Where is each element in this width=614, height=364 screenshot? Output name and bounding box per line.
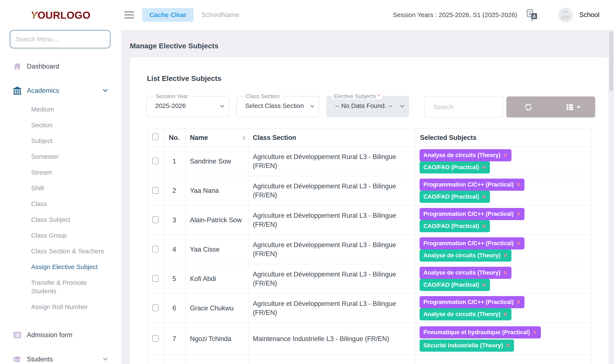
class-section-select[interactable]: Class Section Select Class Section	[236, 93, 319, 117]
session-years-label: Session Years : 2025-2026, S1 (2025-2026…	[393, 11, 517, 19]
sidebar: YOURLOGO Dashboard Academics MediumSecti…	[0, 0, 121, 364]
subject-badge: Programmation C/C++ (Practical)✕	[419, 179, 524, 191]
table-header-row: No. Name Class Section Selected Subjects	[148, 129, 591, 147]
sidebar-subitem-assign-roll-number[interactable]: Assign Roll Number	[31, 299, 111, 315]
session-year-select[interactable]: Session Year 2025-2026	[146, 93, 229, 117]
app-logo: YOURLOGO	[0, 9, 121, 21]
hamburger-menu-icon[interactable]	[124, 10, 134, 20]
bank-icon	[12, 86, 22, 96]
user-menu[interactable]: School	[579, 11, 600, 19]
class-section-cell: Agriculture et Développement Rural L3 - …	[248, 294, 416, 323]
select-all-checkbox[interactable]	[152, 133, 159, 140]
subject-badge: Programmation C/C++ (Practical)✕	[419, 208, 524, 220]
remove-subject-icon[interactable]: ✕	[482, 282, 486, 288]
sidebar-subitem-medium[interactable]: Medium	[31, 102, 111, 117]
table-row: 3Alain-Patrick SowAgriculture et Dévelop…	[148, 205, 591, 235]
sidebar-item-label: Students	[27, 355, 53, 363]
row-checkbox[interactable]	[152, 246, 159, 252]
class-section-cell: Maintenance Industrielle L3 - Bilingue (…	[248, 323, 416, 355]
subject-badge: Analyse de circuits (Theory)✕	[419, 267, 511, 279]
student-name: Yaa Cisse	[185, 235, 248, 264]
student-name: Yaa Nana	[185, 176, 248, 205]
sidebar-subitem-assign-elective-subject[interactable]: Assign Elective Subject	[31, 259, 111, 275]
logo-text: OURLOGO	[38, 10, 90, 21]
remove-subject-icon[interactable]: ✕	[516, 240, 521, 247]
row-number: 7	[163, 323, 185, 355]
sidebar-subitem-class-group[interactable]: Class Group	[31, 228, 111, 243]
card-title: List Elective Subjects	[147, 57, 608, 83]
menu-search-input[interactable]	[10, 30, 111, 48]
language-translate-icon[interactable]: A	[527, 9, 538, 21]
sidebar-subitem-class-subject[interactable]: Class Subject	[31, 212, 111, 228]
subject-badge: CAO/FAO (Practical)✕	[419, 191, 490, 203]
chevron-down-icon	[103, 356, 108, 361]
sidebar-item-admission-form[interactable]: Admission form	[0, 327, 121, 343]
remove-subject-icon[interactable]: ✕	[506, 342, 510, 349]
table-search-input[interactable]	[424, 96, 503, 117]
class-section-value: Select Class Section	[242, 102, 304, 109]
sidebar-subitem-class-section-teachers[interactable]: Class Section & Teachers	[31, 243, 111, 259]
subject-badge: CAO/FAO (Practical)✕	[419, 220, 490, 232]
columns-list-button[interactable]	[551, 96, 595, 117]
chevron-down-icon	[310, 104, 314, 107]
elective-subjects-label: Elective Subjects *	[332, 93, 382, 99]
table-row: 5Kofi AbdiAgriculture et Développement R…	[148, 264, 591, 294]
row-checkbox[interactable]	[152, 187, 159, 194]
header-name[interactable]: Name	[185, 129, 248, 147]
sidebar-subitem-transfer-promote-students[interactable]: Transfer & Promote Students	[31, 275, 111, 299]
list-icon	[566, 103, 574, 111]
class-section-cell: Agriculture et Développement Rural L3 - …	[248, 264, 416, 294]
student-name: Alain-Patrick Sow	[185, 205, 248, 235]
sidebar-item-dashboard[interactable]: Dashboard	[0, 59, 121, 74]
sidebar-subitem-class[interactable]: Class	[31, 196, 111, 212]
remove-subject-icon[interactable]: ✕	[516, 182, 521, 188]
row-checkbox[interactable]	[152, 275, 159, 282]
remove-subject-icon[interactable]: ✕	[516, 299, 521, 305]
remove-subject-icon[interactable]: ✕	[516, 211, 521, 217]
class-section-label: Class Section	[243, 93, 282, 99]
sort-icon[interactable]	[242, 136, 246, 140]
sidebar-subitem-shift[interactable]: Shift	[31, 180, 111, 196]
table-row: 1Sandrine SowAgriculture et Développemen…	[148, 147, 591, 176]
remove-subject-icon[interactable]: ✕	[503, 311, 508, 317]
row-checkbox[interactable]	[152, 304, 159, 311]
sidebar-subitem-semester[interactable]: Semester	[31, 149, 111, 165]
page-scrollbar[interactable]	[608, 30, 614, 364]
remove-subject-icon[interactable]: ✕	[482, 223, 486, 229]
subject-badge: CAO/FAO (Practical)✕	[419, 279, 490, 291]
sidebar-subitem-stream[interactable]: Stream	[31, 165, 111, 180]
sidebar-item-label: Dashboard	[27, 63, 59, 70]
row-checkbox[interactable]	[152, 335, 159, 342]
refresh-button[interactable]	[506, 96, 551, 117]
remove-subject-icon[interactable]: ✕	[503, 152, 508, 158]
student-name: Kofi Abdi	[185, 264, 248, 294]
subject-badge: Programmation C/C++ (Practical)✕	[419, 237, 524, 249]
subject-badge: Programmation C/C++ (Practical)✕	[419, 296, 524, 308]
sidebar-item-students[interactable]: Students	[0, 351, 121, 364]
remove-subject-icon[interactable]: ✕	[503, 252, 508, 259]
sidebar-subitem-subject[interactable]: Subject	[31, 133, 111, 149]
row-checkbox[interactable]	[152, 157, 159, 164]
avatar[interactable]: NO IMAGE AVAILABLE	[558, 8, 573, 22]
page-content: Manage Elective Subjects List Elective S…	[121, 30, 614, 364]
cache-clear-button[interactable]: Cache Clear	[142, 8, 194, 22]
avatar-placeholder-text: NO IMAGE AVAILABLE	[558, 15, 573, 19]
sidebar-item-academics[interactable]: Academics	[0, 83, 121, 99]
subject-badge: Pneumatique et hydraulique (Practical)✕	[419, 326, 541, 338]
remove-subject-icon[interactable]: ✕	[482, 194, 486, 200]
row-checkbox[interactable]	[152, 216, 159, 223]
elective-subjects-select[interactable]: Elective Subjects * -- No Data Found. --	[326, 93, 409, 117]
remove-subject-icon[interactable]: ✕	[503, 270, 508, 276]
remove-subject-icon[interactable]: ✕	[532, 329, 537, 336]
selected-subjects-cell: Analyse de circuits (Theory)✕CAO/FAO (Pr…	[416, 264, 591, 294]
selected-subjects-cell: Analyse de circuits (Theory)✕CAO/FAO (Pr…	[416, 147, 591, 176]
subject-badge: Analyse de circuits (Theory)✕	[419, 249, 511, 262]
row-number: 1	[163, 147, 185, 176]
remove-subject-icon[interactable]: ✕	[482, 164, 486, 170]
table-row: 6Grace ChukwuAgriculture et Développemen…	[148, 294, 591, 323]
scrollbar-thumb[interactable]	[609, 31, 613, 91]
sidebar-subitem-section[interactable]: Section	[31, 117, 111, 133]
selected-subjects-cell: Pneumatique et hydraulique (Practical)✕S…	[416, 323, 591, 355]
class-section-cell: Agriculture et Développement Rural L3 - …	[248, 176, 416, 205]
selected-subjects-cell: Programmation C/C++ (Practical)✕CAO/FAO …	[416, 176, 591, 205]
